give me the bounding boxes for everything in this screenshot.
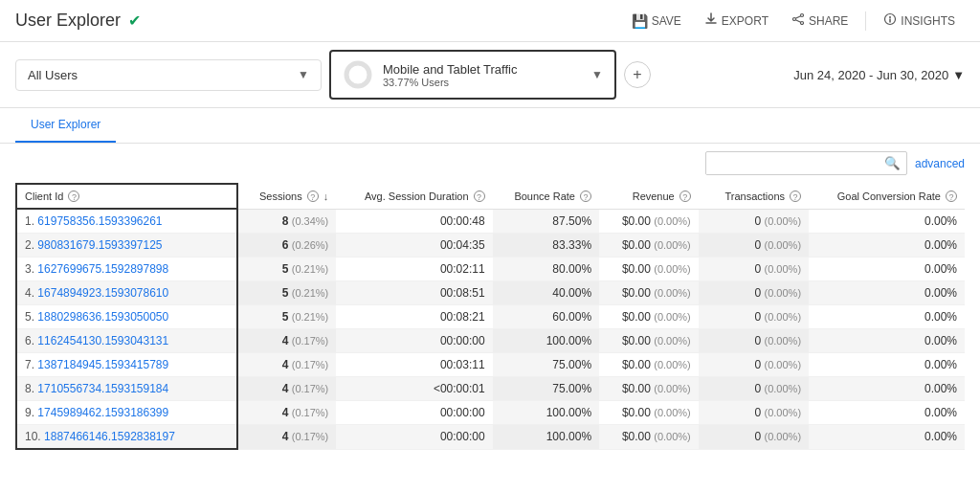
goal-conv-cell: 0.00%: [809, 281, 965, 305]
add-segment-button[interactable]: +: [624, 61, 651, 88]
search-input[interactable]: [706, 153, 879, 174]
avg-session-header: Avg. Session Duration ?: [336, 184, 492, 209]
goal-conv-cell: 0.00%: [809, 353, 965, 377]
table-container: Client Id ? Sessions ? ↓ Avg. Session Du…: [0, 183, 980, 450]
avg-session-cell: 00:08:51: [336, 281, 492, 305]
bounce-rate-cell: 60.00%: [493, 305, 599, 329]
client-id-link[interactable]: 1387184945.1593415789: [37, 358, 168, 371]
client-id-link[interactable]: 1880298636.1593050050: [37, 310, 168, 324]
row-number: 7.: [25, 358, 34, 371]
svg-line-3: [795, 16, 800, 19]
sessions-value: 5: [282, 310, 289, 324]
row-number: 8.: [25, 382, 34, 395]
trans-pct: (0.00%): [765, 239, 802, 251]
revenue-pct: (0.00%): [654, 359, 691, 370]
revenue-help-icon[interactable]: ?: [679, 190, 691, 202]
avg-session-cell: 00:00:00: [336, 425, 492, 450]
table-body: 1. 619758356.1593396261 8 (0.34%) 00:00:…: [16, 209, 965, 449]
client-id-link[interactable]: 980831679.1593397125: [37, 238, 162, 252]
client-id-link[interactable]: 1710556734.1593159184: [37, 382, 168, 395]
avg-session-value: 00:04:35: [440, 238, 485, 252]
sessions-cell: 5 (0.21%): [237, 281, 337, 305]
goal-conv-value: 0.00%: [924, 430, 957, 443]
avg-session-cell: 00:08:21: [336, 305, 492, 329]
client-id-cell: 1. 619758356.1593396261: [16, 209, 237, 234]
sessions-pct: (0.26%): [292, 239, 329, 251]
avg-session-cell: 00:00:48: [336, 209, 492, 234]
revenue-pct: (0.00%): [654, 407, 691, 418]
share-icon: [791, 12, 805, 29]
date-range-picker[interactable]: Jun 24, 2020 - Jun 30, 2020 ▼: [793, 68, 965, 82]
goal-conv-help-icon[interactable]: ?: [946, 190, 957, 202]
svg-point-0: [800, 14, 803, 17]
share-button[interactable]: SHARE: [782, 8, 858, 34]
avg-session-cell: 00:03:11: [336, 353, 492, 377]
dropdown-arrow-icon: ▼: [298, 68, 309, 81]
sessions-pct: (0.17%): [292, 359, 329, 370]
client-id-help-icon[interactable]: ?: [68, 190, 79, 202]
advanced-link[interactable]: advanced: [915, 157, 965, 170]
bounce-rate-help-icon[interactable]: ?: [580, 190, 591, 202]
transactions-cell: 0 (0.00%): [699, 425, 809, 450]
sessions-cell: 4 (0.17%): [237, 329, 337, 353]
avg-session-value: 00:00:48: [440, 214, 485, 228]
segment-active-inner: Mobile and Tablet Traffic 33.77% Users: [343, 59, 517, 90]
table-row: 6. 1162454130.1593043131 4 (0.17%) 00:00…: [16, 329, 965, 353]
revenue-pct: (0.00%): [654, 263, 691, 275]
sessions-pct: (0.34%): [292, 215, 329, 227]
bounce-rate-value: 40.00%: [552, 286, 591, 300]
goal-conv-cell: 0.00%: [809, 234, 965, 258]
avg-session-cell: 00:04:35: [336, 234, 492, 258]
export-button[interactable]: EXPORT: [695, 8, 778, 34]
bounce-rate-cell: 100.00%: [493, 329, 599, 353]
avg-session-cell: 00:00:00: [336, 401, 492, 425]
client-id-link[interactable]: 1745989462.1593186399: [37, 406, 168, 419]
client-id-link[interactable]: 1887466146.1592838197: [44, 430, 175, 443]
avg-session-value: 00:03:11: [440, 358, 485, 371]
table-toolbar: 🔍 advanced: [0, 144, 980, 183]
goal-conv-value: 0.00%: [924, 382, 957, 395]
trans-pct: (0.00%): [765, 335, 802, 347]
bounce-rate-cell: 83.33%: [493, 234, 599, 258]
sessions-value: 4: [282, 382, 289, 395]
revenue-value: $0.00: [622, 430, 651, 443]
all-users-dropdown[interactable]: All Users ▼: [15, 59, 322, 91]
client-id-link[interactable]: 1627699675.1592897898: [37, 262, 168, 276]
transactions-value: 0: [755, 406, 762, 419]
revenue-cell: $0.00 (0.00%): [599, 258, 699, 281]
insights-button[interactable]: INSIGHTS: [874, 8, 965, 34]
bounce-rate-value: 60.00%: [552, 310, 591, 324]
avg-session-help-icon[interactable]: ?: [474, 190, 485, 202]
bounce-rate-value: 80.00%: [552, 262, 591, 276]
svg-point-1: [792, 18, 795, 21]
revenue-cell: $0.00 (0.00%): [599, 234, 699, 258]
tab-user-explorer[interactable]: User Explorer: [15, 108, 116, 143]
bounce-rate-value: 87.50%: [552, 214, 591, 228]
sessions-value: 4: [282, 406, 289, 419]
sessions-cell: 4 (0.17%): [237, 353, 337, 377]
client-id-link[interactable]: 619758356.1593396261: [37, 214, 162, 228]
row-number: 9.: [25, 406, 34, 419]
active-segment[interactable]: Mobile and Tablet Traffic 33.77% Users ▼: [329, 50, 616, 100]
revenue-value: $0.00: [622, 238, 651, 252]
sessions-value: 4: [282, 430, 289, 443]
client-id-link[interactable]: 1162454130.1593043131: [37, 334, 168, 347]
transactions-cell: 0 (0.00%): [699, 209, 809, 234]
sessions-pct: (0.21%): [292, 287, 329, 299]
transactions-cell: 0 (0.00%): [699, 353, 809, 377]
sessions-help-icon[interactable]: ?: [307, 190, 319, 202]
save-button[interactable]: 💾 SAVE: [622, 9, 691, 34]
client-id-cell: 9. 1745989462.1593186399: [16, 401, 237, 425]
segment-pct: 33.77% Users: [383, 77, 517, 88]
search-button[interactable]: 🔍: [879, 152, 906, 174]
transactions-cell: 0 (0.00%): [699, 234, 809, 258]
goal-conv-cell: 0.00%: [809, 377, 965, 401]
row-number: 10.: [25, 430, 41, 443]
client-id-link[interactable]: 1674894923.1593078610: [37, 286, 168, 300]
transactions-help-icon[interactable]: ?: [790, 190, 801, 202]
revenue-cell: $0.00 (0.00%): [599, 377, 699, 401]
sessions-value: 5: [282, 286, 289, 300]
sort-icon[interactable]: ↓: [323, 190, 329, 202]
header: User Explorer ✔ 💾 SAVE EXPORT SHARE INSI…: [0, 0, 980, 42]
header-left: User Explorer ✔: [15, 11, 141, 31]
